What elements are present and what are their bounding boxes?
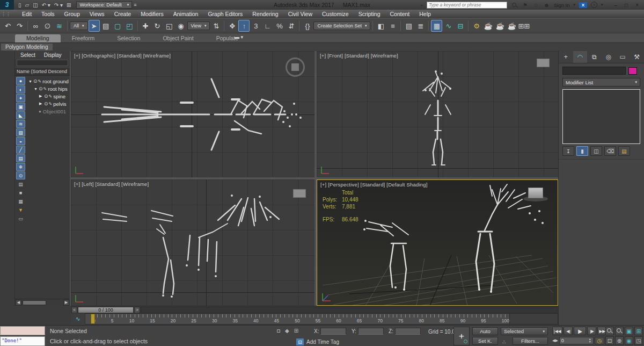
scene-explorer-row[interactable]: ▼ ⊙ ✎ root hips: [26, 85, 70, 92]
viewport-front[interactable]: [+] [Front] [Standard] [Wireframe]: [317, 51, 558, 178]
time-slider-thumb[interactable]: 0 / 100: [78, 307, 134, 313]
filter-containers-icon[interactable]: ▤: [16, 154, 25, 162]
scene-explorer-search-input[interactable]: [17, 60, 68, 66]
favorites-star-icon[interactable]: ☆: [532, 2, 539, 9]
ribbon-tab-dropdown-icon[interactable]: ▬ ▾: [231, 34, 247, 41]
minimize-button[interactable]: –: [614, 2, 618, 8]
viewport-orthographic[interactable]: [+] [Orthographic] [Standard] [Wireframe…: [71, 51, 316, 178]
redo-dropdown-icon[interactable]: ↷ ▾: [54, 2, 63, 8]
go-to-start-button[interactable]: |◀◀: [552, 327, 562, 335]
schematic-view-icon[interactable]: ⊟: [455, 20, 466, 32]
menu-item[interactable]: Scripting: [354, 11, 385, 17]
menu-item[interactable]: Edit: [17, 11, 36, 17]
filter-cameras-icon[interactable]: ▣: [16, 103, 25, 111]
previous-frame-button[interactable]: ◀|: [564, 327, 573, 335]
filter-hidden-icon[interactable]: ⊙: [16, 171, 25, 179]
key-filters-button[interactable]: Filters...: [513, 337, 548, 345]
expand-arrow-icon[interactable]: ▶: [39, 102, 44, 106]
viewcube[interactable]: [286, 57, 305, 77]
viewport-label[interactable]: [+] [Perspective] [Standard] [Default Sh…: [320, 182, 428, 188]
select-and-rotate-icon[interactable]: ↻: [152, 20, 163, 32]
next-frame-slider-button[interactable]: >: [134, 307, 140, 313]
container-icon[interactable]: ▭: [16, 214, 25, 222]
polygon-modeling-panel[interactable]: Polygon Modeling: [1, 44, 53, 51]
filter-funnel-icon[interactable]: ▼: [16, 206, 25, 214]
menu-item[interactable]: Create: [109, 11, 136, 17]
rectangular-selection-region-icon[interactable]: ▢: [112, 20, 123, 32]
next-frame-button[interactable]: |▶: [587, 327, 596, 335]
mirror-icon[interactable]: ◧: [375, 20, 386, 32]
reference-coordinate-system-dropdown[interactable]: View: [187, 21, 210, 30]
select-by-name-icon[interactable]: ▤: [100, 20, 112, 32]
scene-explorer-row[interactable]: ● Object001: [26, 107, 70, 115]
filter-geometry-icon[interactable]: ●: [16, 77, 25, 85]
zoom-all-icon[interactable]: [615, 327, 624, 335]
ribbon-tab[interactable]: Selection: [106, 34, 151, 42]
menu-item[interactable]: Views: [85, 11, 109, 17]
percent-snap-icon[interactable]: %: [274, 20, 285, 32]
ribbon-tab[interactable]: Modeling: [15, 34, 61, 42]
user-icon[interactable]: ☻: [543, 2, 550, 9]
sign-in-link[interactable]: Sign In: [554, 2, 570, 8]
zoom-icon[interactable]: [605, 327, 614, 335]
visibility-eye-icon[interactable]: ⊙: [39, 86, 43, 91]
visibility-eye-icon[interactable]: ⊙: [33, 78, 38, 84]
auto-key-button[interactable]: Auto: [472, 327, 498, 335]
toggle-ribbon-icon[interactable]: ▦: [431, 20, 442, 32]
select-and-place-icon[interactable]: ◉: [175, 20, 187, 32]
toggle-layer-explorer-icon[interactable]: ≣: [415, 20, 426, 32]
x-coord-field[interactable]: [320, 328, 346, 335]
add-time-tag[interactable]: ⊡ Add Time Tag: [296, 338, 339, 345]
named-selection-sets-dropdown[interactable]: Create Selection Set: [313, 21, 370, 30]
modifier-stack[interactable]: [562, 89, 640, 144]
scene-explorer-column-header[interactable]: Name (Sorted Descend: [15, 67, 70, 76]
scene-explorer-menu-item[interactable]: Select: [16, 52, 40, 58]
filter-lights-icon[interactable]: ✦: [16, 94, 25, 102]
selectability-pencil-icon[interactable]: ✎: [43, 86, 47, 91]
render-setup-icon[interactable]: ☕: [482, 20, 494, 32]
current-frame-marker[interactable]: [91, 314, 95, 324]
selection-lock-icon[interactable]: ◆: [285, 328, 289, 334]
modify-tab[interactable]: ◠: [573, 51, 588, 63]
viewport-label[interactable]: [+] [Front] [Standard] [Wireframe]: [320, 53, 398, 59]
select-and-manipulate-icon[interactable]: ✥: [226, 20, 238, 32]
isolate-selection-icon[interactable]: ◘: [277, 328, 280, 334]
frame-spinner[interactable]: ▲▼: [589, 338, 591, 343]
open-file-icon[interactable]: ▱: [25, 2, 30, 8]
key-step-icon[interactable]: ◀▶: [552, 338, 558, 343]
menu-item[interactable]: Group: [60, 11, 85, 17]
snaps-toggle-icon[interactable]: 3: [250, 20, 261, 32]
menu-item[interactable]: Civil View: [283, 11, 317, 17]
project-folder-icon[interactable]: ⊞: [67, 2, 71, 8]
maxscript-mini-listener-input[interactable]: [0, 326, 45, 335]
selectability-pencil-icon[interactable]: ✎: [49, 94, 53, 99]
key-filters-icon[interactable]: ∴: [502, 339, 506, 345]
pin-stack-button[interactable]: ↧: [562, 146, 574, 156]
maximize-viewport-icon[interactable]: ◳: [634, 336, 643, 345]
filter-shapes-icon[interactable]: ◐: [16, 85, 25, 93]
scene-explorer-scrollbar[interactable]: ◀ ▶: [15, 299, 70, 306]
toggle-scene-explorer-icon[interactable]: ▤: [403, 20, 414, 32]
maxscript-mini-listener-output[interactable]: "Done!": [0, 336, 45, 346]
menu-item[interactable]: Tools: [36, 11, 60, 17]
search-input[interactable]: [427, 2, 507, 9]
filter-helpers-icon[interactable]: ◣: [16, 111, 25, 119]
keyboard-shortcut-override-icon[interactable]: ↑: [238, 20, 250, 32]
maximize-button[interactable]: □: [625, 2, 628, 8]
current-frame-field[interactable]: 0 ▲▼: [559, 337, 594, 344]
ribbon-tab[interactable]: Object Paint: [151, 34, 204, 42]
exchange-apps-icon[interactable]: X: [579, 2, 587, 8]
track-bar-ruler[interactable]: 0510152025303540455055606570758085909510…: [85, 313, 558, 325]
scroll-left-icon[interactable]: ◀: [16, 300, 21, 306]
display-grid-icon[interactable]: ▦: [16, 197, 25, 205]
zoom-extents-all-icon[interactable]: ⊞: [634, 327, 643, 335]
workspace-menu-icon[interactable]: ≡: [134, 2, 136, 8]
render-settings-gear-icon[interactable]: ⚙: [471, 20, 482, 32]
help-chevron-icon[interactable]: ▾: [601, 3, 603, 7]
redo-icon[interactable]: ↷: [14, 20, 25, 32]
viewcube[interactable]: [293, 189, 306, 198]
workspace-dropdown[interactable]: Workspace: Default ▾: [76, 1, 132, 9]
pan-icon[interactable]: ⊕: [615, 336, 624, 345]
show-end-result-button[interactable]: ▮: [576, 146, 588, 156]
select-and-scale-icon[interactable]: ◱: [164, 20, 175, 32]
